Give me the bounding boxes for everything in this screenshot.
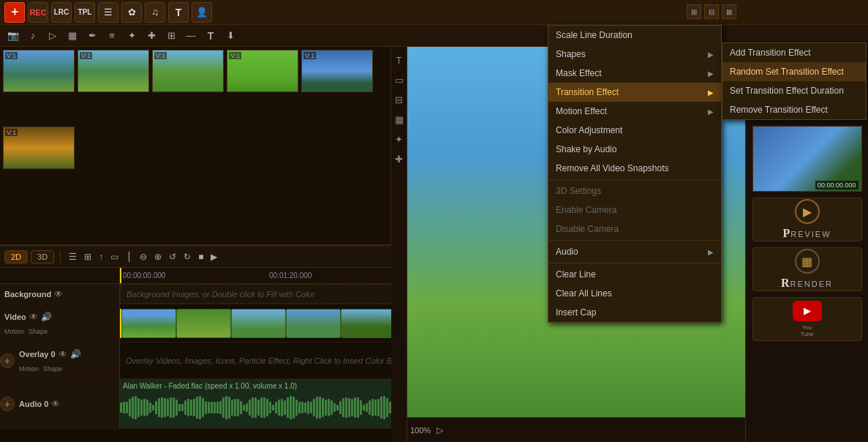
tpl-button[interactable]: TPL	[75, 2, 95, 23]
music-tool[interactable]: ♪	[24, 27, 42, 45]
grid-icon-2[interactable]: ⊟	[704, 4, 719, 19]
preview-play-btn[interactable]: ▷	[437, 425, 443, 435]
menu-clear-all-lines[interactable]: Clear All Lines	[548, 284, 721, 303]
video-clip-2[interactable]	[176, 309, 231, 338]
menu-transition-effect[interactable]: Transition Effect ▶	[548, 83, 721, 102]
side-lines-icon[interactable]: ⊟	[393, 92, 405, 108]
video-audio-icon[interactable]: 🔊	[41, 312, 52, 322]
render-button[interactable]: ▦ R RENDER	[752, 247, 862, 291]
menu-remove-snap-label: Remove All Video Snapshots	[556, 163, 669, 173]
video-clip-5[interactable]	[341, 309, 396, 338]
render-r-letter: R	[781, 277, 790, 290]
2d-mode-btn[interactable]: 2D	[4, 250, 28, 263]
left-panel: V:1 V:1 V:1 V:1 V:1 V:1	[0, 47, 391, 442]
star-tool[interactable]: ✦	[123, 27, 140, 45]
submenu-add-transition[interactable]: Add Transition Effect	[722, 43, 866, 62]
thumbnail-2[interactable]: V:1	[78, 50, 149, 92]
tl-list-btn[interactable]: ☰	[67, 252, 79, 262]
audio-eye-icon[interactable]: 👁	[51, 399, 60, 409]
thumbnail-5[interactable]: V:1	[301, 50, 373, 92]
user-button[interactable]: 👤	[192, 2, 212, 23]
cross-tool[interactable]: ✚	[143, 27, 160, 45]
edit-tool[interactable]: ✒	[83, 27, 101, 45]
grid-tool[interactable]: ▦	[64, 27, 81, 45]
menu-insert-cap[interactable]: Insert Cap	[548, 303, 721, 322]
overlay-audio-icon[interactable]: 🔊	[70, 349, 81, 359]
tl-grid-btn[interactable]: ⊞	[82, 252, 94, 262]
menu-motion-effect[interactable]: Motion Effect ▶	[548, 102, 721, 121]
submenu-random-transition[interactable]: Random Set Transition Effect	[722, 62, 866, 81]
menu-shake-label: Shake by Audio	[556, 144, 616, 154]
video-clip-4[interactable]	[286, 309, 341, 338]
text-tool[interactable]: T	[202, 27, 219, 45]
rp-thumb-2[interactable]: 00:00:00.000	[752, 126, 862, 192]
video-eye-icon[interactable]: 👁	[29, 312, 38, 322]
side-star-icon[interactable]: ✦	[393, 132, 405, 147]
video-clip-3[interactable]	[231, 309, 286, 338]
layout-tool[interactable]: ⊞	[162, 27, 180, 45]
render-icon-circle: ▦	[795, 249, 820, 274]
tl-split-btn[interactable]: ⎪	[124, 252, 135, 262]
submenu-random-label: Random Set Transition Effect	[730, 67, 844, 77]
add-overlay-btn[interactable]: +	[0, 353, 15, 368]
menu-scale-line[interactable]: Scale Line Duration	[548, 26, 721, 45]
tl-plus-btn[interactable]: ⊕	[152, 252, 164, 262]
submenu-set-duration[interactable]: Set Transition Effect Duration	[722, 81, 866, 100]
tl-rect-btn[interactable]: ▭	[108, 252, 121, 262]
tl-up-btn[interactable]: ↑	[97, 252, 105, 262]
audio-track-header: Audio 0 👁	[15, 379, 120, 428]
menu-clear-line[interactable]: Clear Line	[548, 265, 721, 284]
play-tool[interactable]: ▷	[44, 27, 61, 45]
publish-button[interactable]: ▶ YouTube	[752, 297, 862, 341]
tl-play-btn[interactable]: ▶	[208, 252, 219, 262]
add-audio-btn[interactable]: +	[0, 397, 15, 411]
side-rect-icon[interactable]: ▭	[393, 72, 406, 88]
background-track-name: Background	[4, 290, 51, 299]
grid-icon-1[interactable]: ⊞	[687, 4, 701, 19]
menu-enable-camera: Enable Camera	[548, 201, 721, 220]
menu-mask-label: Mask Effect	[556, 68, 601, 78]
menu-remove-snapshots[interactable]: Remove All Video Snapshots	[548, 159, 721, 178]
submenu-remove-transition[interactable]: Remove Transition Effect	[722, 100, 866, 119]
minus-tool[interactable]: —	[182, 27, 200, 45]
menu-disable-cam-label: Disable Camera	[556, 224, 619, 234]
music-button[interactable]: ♫	[145, 2, 165, 23]
video-clip-1[interactable]	[121, 309, 176, 338]
camera-tool[interactable]: 📷	[4, 27, 22, 45]
menu-shapes[interactable]: Shapes ▶	[548, 45, 721, 64]
list-tool[interactable]: ≡	[103, 27, 121, 45]
thumbnail-4[interactable]: V:1	[227, 50, 298, 92]
thumbnail-1[interactable]: V:1	[3, 50, 75, 92]
rec-button[interactable]: REC	[28, 2, 48, 23]
tl-undo-btn[interactable]: ↺	[167, 252, 178, 262]
tl-redo-btn[interactable]: ↻	[181, 252, 193, 262]
overlay-eye-icon[interactable]: 👁	[59, 349, 67, 359]
text-button[interactable]: T	[168, 2, 189, 23]
menu-audio[interactable]: Audio ▶	[548, 242, 721, 261]
side-grid3-icon[interactable]: ▦	[393, 112, 406, 127]
tl-stop-btn[interactable]: ■	[196, 252, 205, 262]
time-cursor[interactable]	[120, 268, 121, 283]
background-placeholder: Background Images, or Double click to Fi…	[127, 290, 314, 299]
transition-arrow: ▶	[708, 89, 714, 97]
thumbnail-6[interactable]: V:1	[3, 127, 75, 169]
thumbnail-3[interactable]: V:1	[152, 50, 224, 92]
menu-mask-effect[interactable]: Mask Effect ▶	[548, 64, 721, 83]
tl-minus-btn[interactable]: ⊖	[137, 252, 149, 262]
download-tool[interactable]: ⬇	[222, 27, 239, 45]
side-cross2-icon[interactable]: ✚	[393, 151, 405, 167]
audio-track-name: Audio 0	[19, 400, 48, 408]
add-button[interactable]: ＋	[4, 2, 25, 23]
flower-button[interactable]: ✿	[121, 2, 142, 23]
3d-mode-btn[interactable]: 3D	[31, 250, 54, 263]
menu-shake-audio[interactable]: Shake by Audio	[548, 140, 721, 159]
side-text-icon[interactable]: T	[394, 53, 404, 68]
menu-divider-1	[548, 179, 721, 180]
grid-icon-3[interactable]: ⊠	[722, 4, 736, 19]
list-button[interactable]: ☰	[98, 2, 118, 23]
background-eye-icon[interactable]: 👁	[54, 289, 63, 299]
lrc-button[interactable]: LRC	[51, 2, 72, 23]
menu-color-adjustment[interactable]: Color Adjustment	[548, 121, 721, 140]
preview-controls: ⤡ 100% ▷	[391, 417, 745, 442]
preview-button[interactable]: ▶ P REVIEW	[752, 198, 862, 241]
